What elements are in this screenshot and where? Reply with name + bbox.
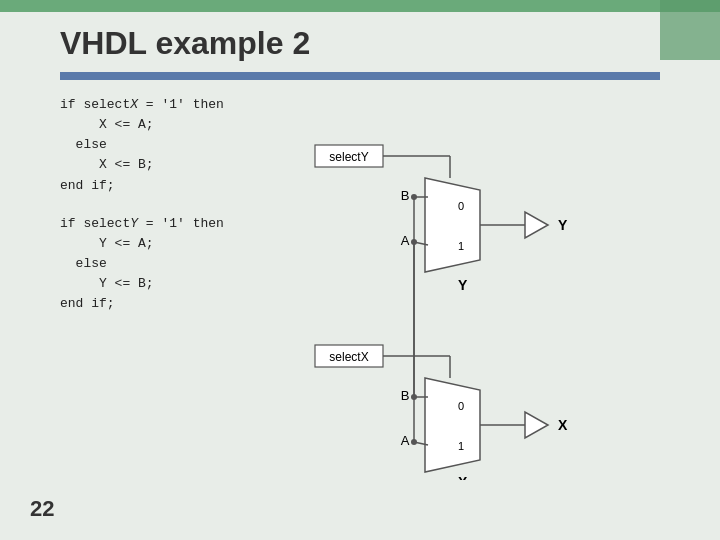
mux1-input1-label: 1: [458, 240, 464, 252]
code-line-4: X <= B;: [60, 155, 224, 175]
code-block: if selectX = '1' then X <= A; else X <= …: [60, 95, 224, 314]
code-line-2: X <= A;: [60, 115, 224, 135]
mux2-input1-label: 1: [458, 440, 464, 452]
code-line-8: else: [60, 254, 224, 274]
mux1-input0-label: 0: [458, 200, 464, 212]
mux2-input-a: A: [401, 433, 410, 448]
separator-bar: [60, 72, 660, 80]
code-line-10: end if;: [60, 294, 224, 314]
top-right-decoration: [660, 0, 720, 60]
code-line-7: Y <= A;: [60, 234, 224, 254]
svg-marker-11: [425, 378, 480, 472]
circuit-diagram: selectY B A 0 1 Y Y: [310, 90, 690, 470]
selectY-label: selectY: [329, 150, 368, 164]
code-line-1: if selectX = '1' then: [60, 95, 224, 115]
code-line-3: else: [60, 135, 224, 155]
svg-marker-1: [425, 178, 480, 272]
slide-number: 22: [30, 496, 54, 522]
svg-marker-17: [525, 412, 548, 438]
top-bar: [0, 0, 720, 12]
selectX-label: selectX: [329, 350, 368, 364]
mux1-bottom-label: Y: [458, 277, 468, 293]
mux1-input-b: B: [401, 188, 410, 203]
code-line-9: Y <= B;: [60, 274, 224, 294]
mux2-bottom-label: X: [458, 474, 468, 480]
mux2-input-b: B: [401, 388, 410, 403]
code-line-6: if selectY = '1' then: [60, 214, 224, 234]
svg-marker-7: [525, 212, 548, 238]
slide: VHDL example 2 if selectX = '1' then X <…: [0, 0, 720, 540]
slide-title: VHDL example 2: [60, 25, 310, 62]
mux1-output-label: Y: [558, 217, 568, 233]
mux1-input-a: A: [401, 233, 410, 248]
mux2-input0-label: 0: [458, 400, 464, 412]
code-line-5: end if;: [60, 176, 224, 196]
mux2-output-label: X: [558, 417, 568, 433]
